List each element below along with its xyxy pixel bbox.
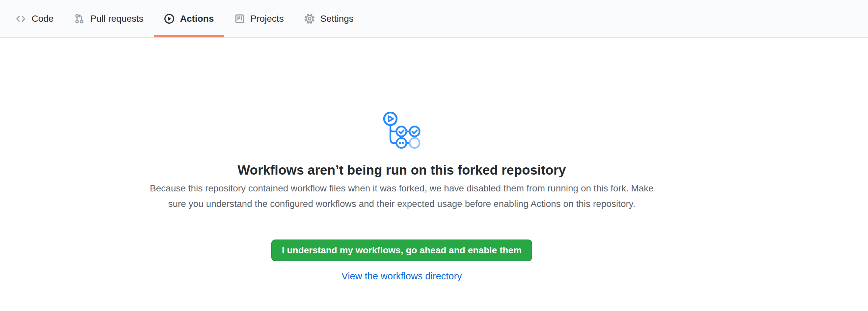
code-icon xyxy=(16,13,26,24)
enable-workflows-button[interactable]: I understand my workflows, go ahead and … xyxy=(271,240,532,261)
view-workflows-directory-link[interactable]: View the workflows directory xyxy=(341,269,462,283)
workflow-graph-icon xyxy=(383,112,421,149)
pull-request-icon xyxy=(74,13,85,24)
gear-icon xyxy=(304,13,315,24)
tab-label: Projects xyxy=(251,13,284,25)
tab-projects[interactable]: Projects xyxy=(224,0,294,37)
tab-settings[interactable]: Settings xyxy=(294,0,364,37)
tab-label: Actions xyxy=(180,13,214,25)
tab-actions[interactable]: Actions xyxy=(154,0,224,37)
project-icon xyxy=(235,13,245,24)
tab-label: Pull requests xyxy=(90,13,144,25)
tab-code[interactable]: Code xyxy=(5,0,64,37)
tab-label: Code xyxy=(32,13,54,25)
repo-tab-nav: Code Pull requests Actions xyxy=(0,0,868,38)
actions-blankslate: Workflows aren’t being run on this forke… xyxy=(0,38,868,283)
blankslate-title: Workflows aren’t being run on this forke… xyxy=(238,162,566,178)
tab-label: Settings xyxy=(320,13,354,25)
description-line: sure you understand the configured workf… xyxy=(150,196,654,212)
description-line: Because this repository contained workfl… xyxy=(150,181,654,196)
tab-pull-requests[interactable]: Pull requests xyxy=(64,0,154,37)
blankslate-description: Because this repository contained workfl… xyxy=(150,181,654,212)
play-circle-icon xyxy=(164,13,175,24)
